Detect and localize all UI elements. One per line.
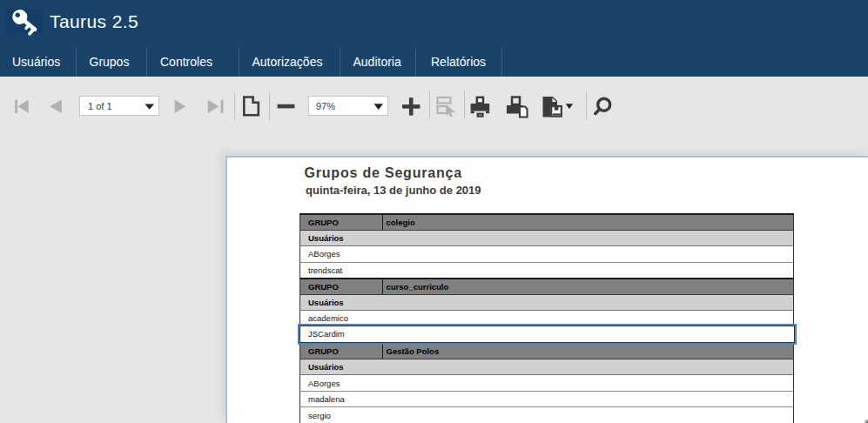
svg-text:1 of 1: 1 of 1 (88, 101, 112, 111)
svg-text:97%: 97% (316, 101, 335, 111)
